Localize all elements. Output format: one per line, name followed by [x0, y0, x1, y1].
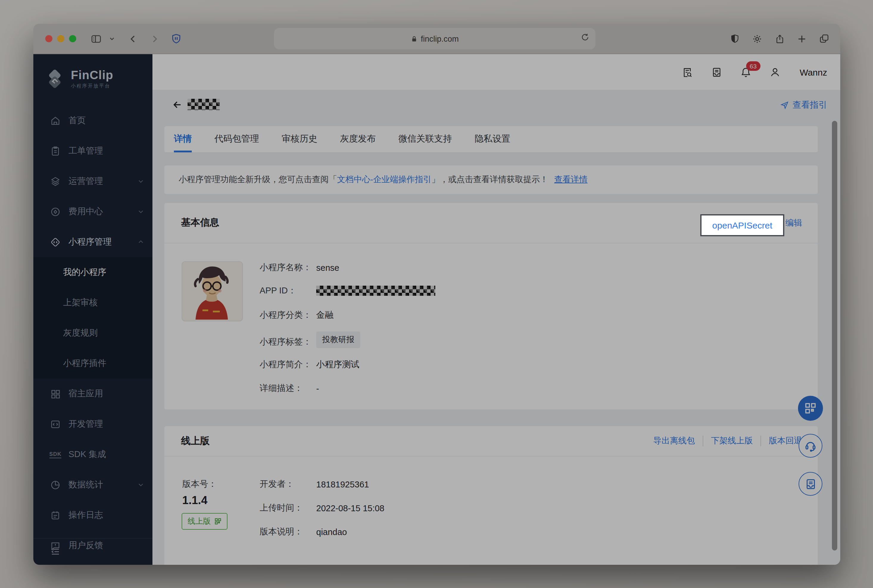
dim-overlay: [0, 0, 873, 588]
screenshot-stage: finclip.com: [0, 0, 873, 588]
open-api-secret-button[interactable]: openAPISecret: [700, 214, 784, 236]
